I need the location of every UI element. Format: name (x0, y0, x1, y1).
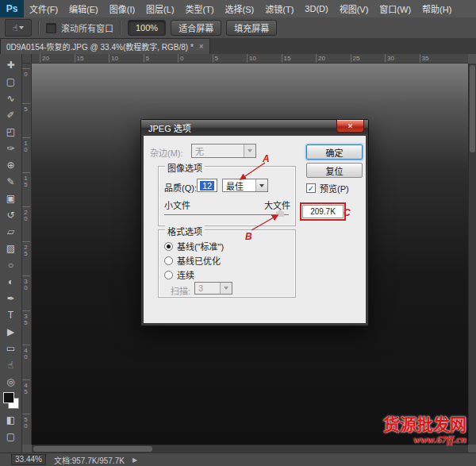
ruler-number: 5 (144, 54, 178, 63)
tools-panel: ✚▢∿✐◰✑⊕✎▣↺▱▨○◐✒T▶▭☝◎ ◧▢ (0, 54, 22, 453)
path-selection-tool[interactable]: ▶ (2, 323, 20, 340)
baseline-optimized-radio[interactable]: 基线已优化 (164, 254, 221, 267)
annotation-letter-b: B (245, 231, 252, 242)
menu-item[interactable]: 选择(S) (220, 0, 260, 17)
blur-tool[interactable]: ○ (2, 256, 20, 273)
menu-item[interactable]: 类型(T) (180, 0, 220, 17)
matte-dropdown[interactable]: 无 (191, 144, 256, 158)
radio-icon[interactable] (164, 271, 173, 279)
file-size-value: 209.7K (302, 205, 344, 218)
move-tool[interactable]: ✚ (2, 56, 20, 73)
menu-item[interactable]: 图像(I) (104, 0, 140, 17)
ruler-horizontal: 201510505101520253035 (32, 54, 468, 64)
ruler-number: 0 (178, 54, 213, 63)
zoom-100-button[interactable]: 100% (128, 20, 166, 36)
dialog-title-bar[interactable]: JPEG 选项 ✕ (141, 120, 368, 136)
crop-tool[interactable]: ◰ (2, 123, 20, 140)
document-tab[interactable]: 0D9A0154-恢复的.JPG @ 33.4%(教程教字, RGB/8) * … (0, 38, 210, 54)
lasso-tool[interactable]: ∿ (2, 90, 20, 106)
eraser-tool[interactable]: ▱ (2, 223, 20, 240)
ok-button[interactable]: 确定 (306, 144, 363, 160)
dropdown-arrow-icon (244, 144, 255, 157)
rectangular-marquee-tool[interactable]: ▢ (2, 73, 20, 90)
ruler-number: 5 (22, 103, 30, 138)
reset-button[interactable]: 复位 (306, 163, 363, 178)
menu-item[interactable]: 帮助(H) (416, 0, 457, 17)
menu-item[interactable]: 3D(D) (299, 0, 333, 17)
ruler-number: 15 (282, 54, 317, 63)
ruler-number: 10 (22, 137, 30, 172)
baseline-standard-radio[interactable]: 基线("标准") (164, 240, 224, 252)
preview-checkbox[interactable]: ✓ 预览(P) (306, 182, 349, 194)
ruler-number: 20 (22, 206, 30, 241)
clone-stamp-tool[interactable]: ▣ (2, 190, 20, 206)
tool-preset-picker[interactable]: ☝ (5, 19, 32, 37)
ruler-number: 25 (351, 54, 386, 63)
pen-tool[interactable]: ✒ (2, 290, 20, 306)
status-menu-arrow-icon[interactable]: ▶ (132, 456, 137, 464)
ruler-number: 5 (213, 54, 248, 63)
watermark-title: 货源批发网 (383, 416, 466, 434)
screen-mode-button[interactable]: ▢ (2, 428, 20, 445)
quick-selection-tool[interactable]: ✐ (2, 106, 20, 123)
type-tool[interactable]: T (2, 306, 20, 323)
file-size-slider-track[interactable] (164, 214, 289, 215)
fit-screen-button[interactable]: 适合屏幕 (171, 20, 221, 36)
ruler-number: 35 (420, 54, 455, 63)
options-bar: ☝ 滚动所有窗口 100% 适合屏幕 填充屏幕 (0, 17, 476, 39)
quality-preset-dropdown[interactable]: 最佳 (222, 179, 268, 192)
zoom-level-field[interactable]: 33.44% (11, 454, 46, 465)
ruler-number: 20 (40, 54, 75, 63)
dodge-tool[interactable]: ◐ (2, 273, 20, 290)
watermark-url: www.67ff.cn (383, 434, 466, 445)
checkbox-check-icon[interactable]: ✓ (306, 183, 316, 193)
quick-mask-button[interactable]: ◧ (2, 411, 20, 428)
quality-label: 品质(Q): (164, 181, 197, 194)
brush-tool[interactable]: ✎ (2, 173, 20, 190)
eyedropper-tool[interactable]: ✑ (2, 140, 20, 156)
ruler-number: 15 (75, 54, 109, 63)
menu-item[interactable]: 文件(F) (24, 0, 63, 17)
photoshop-logo: Ps (0, 0, 24, 17)
menu-item[interactable]: 图层(L) (140, 0, 179, 17)
dropdown-arrow-icon (220, 283, 232, 294)
watermark: 货源批发网 www.67ff.cn (383, 416, 466, 445)
spot-healing-brush-tool[interactable]: ⊕ (2, 156, 20, 173)
menu-item[interactable]: 视图(V) (334, 0, 374, 17)
hand-tool[interactable]: ☝ (2, 356, 20, 373)
gradient-tool[interactable]: ▨ (2, 240, 20, 256)
history-brush-tool[interactable]: ↺ (2, 206, 20, 223)
menu-item[interactable]: 编辑(E) (63, 0, 104, 17)
baseline-optimized-label: 基线已优化 (177, 254, 221, 267)
tab-close-icon[interactable]: × (199, 42, 204, 51)
scroll-all-windows-checkbox[interactable] (46, 23, 56, 33)
color-swatches[interactable] (2, 391, 20, 410)
progressive-label: 连续 (177, 268, 194, 281)
annotation-letter-a: A (263, 153, 270, 164)
quality-input[interactable]: 12 (197, 179, 217, 192)
radio-icon[interactable] (164, 242, 173, 251)
progressive-radio[interactable]: 连续 (164, 268, 194, 281)
menu-item[interactable]: 窗口(W) (374, 0, 416, 17)
menu-bar: Ps 文件(F)编辑(E)图像(I)图层(L)类型(T)选择(S)滤镜(T)3D… (0, 0, 476, 18)
scrollbar-thumb[interactable] (470, 65, 475, 152)
scrollbar-thumb[interactable] (33, 446, 152, 452)
foreground-color-swatch[interactable] (3, 392, 14, 403)
menus: 文件(F)编辑(E)图像(I)图层(L)类型(T)选择(S)滤镜(T)3D(D)… (24, 0, 457, 17)
separator (38, 21, 40, 35)
radio-icon[interactable] (164, 256, 173, 265)
matte-value: 无 (195, 144, 204, 157)
zoom-tool[interactable]: ◎ (2, 373, 20, 390)
ruler-number: 50 (22, 414, 30, 445)
hand-tool-icon: ☝ (13, 23, 18, 33)
fill-screen-button[interactable]: 填充屏幕 (226, 20, 277, 36)
ruler-number: 10 (247, 54, 282, 63)
document-size-info: 文档:957.7K/957.7K (54, 454, 125, 466)
shape-tool[interactable]: ▭ (2, 340, 20, 356)
menu-item[interactable]: 滤镜(T) (259, 0, 299, 17)
scan-dropdown[interactable]: 3 (194, 282, 232, 295)
close-icon[interactable]: ✕ (336, 120, 364, 133)
vertical-scrollbar[interactable] (468, 64, 476, 445)
horizontal-scrollbar[interactable] (32, 445, 468, 453)
quality-preset-value: 最佳 (226, 179, 244, 192)
